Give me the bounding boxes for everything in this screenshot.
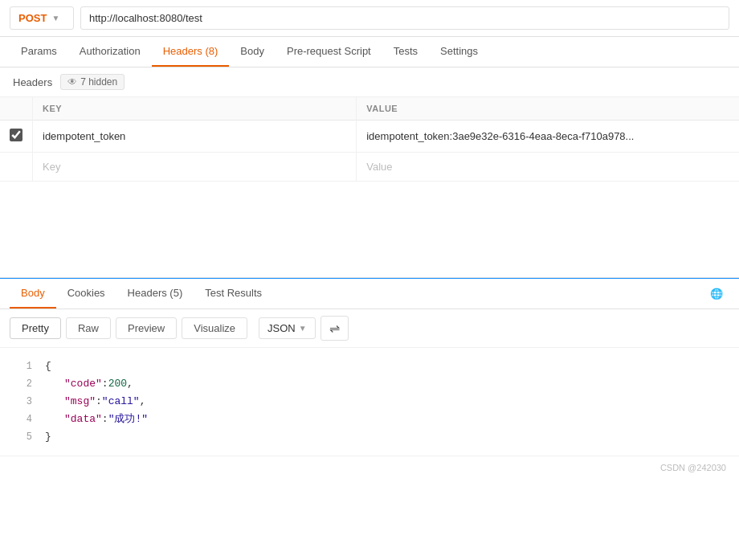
tab-tests[interactable]: Tests	[382, 37, 429, 67]
globe-icon[interactable]: 🌐	[704, 281, 729, 306]
json-comma-2: ,	[127, 375, 133, 393]
new-key-cell[interactable]: Key	[33, 153, 357, 182]
json-comma-3: ,	[140, 393, 146, 411]
eye-icon: 👁	[67, 76, 77, 88]
json-key-msg: "msg"	[64, 393, 96, 411]
method-select[interactable]: POST ▼	[10, 6, 74, 30]
value-col-header: VALUE	[357, 97, 739, 121]
new-value-cell[interactable]: Value	[357, 153, 739, 182]
value-cell: idempotent_token:3ae9e32e-6316-4eaa-8eca…	[357, 121, 739, 153]
response-tabs: Body Cookies Headers (5) Test Results	[10, 279, 273, 309]
key-value: idempotent_token	[43, 130, 125, 142]
tab-settings[interactable]: Settings	[429, 37, 489, 67]
url-input[interactable]	[80, 6, 729, 30]
json-line-2: 2 "code" : 200 ,	[0, 375, 739, 393]
chevron-down-icon: ▼	[51, 14, 59, 22]
hidden-headers-badge[interactable]: 👁 7 hidden	[60, 74, 125, 90]
response-tab-body[interactable]: Body	[10, 279, 56, 309]
line-num-3: 3	[6, 394, 32, 410]
footer-text: CSDN @242030	[660, 463, 726, 472]
json-brace-close: }	[45, 428, 51, 446]
new-row-checkbox-cell	[0, 153, 33, 182]
line-num-1: 1	[6, 358, 32, 374]
line-num-5: 5	[6, 429, 32, 445]
json-line-1: 1 {	[0, 358, 739, 375]
format-label: JSON	[267, 322, 296, 334]
tab-pre-request-script[interactable]: Pre-request Script	[276, 37, 382, 67]
json-key-code: "code"	[64, 375, 102, 393]
tab-authorization[interactable]: Authorization	[68, 37, 152, 67]
table-header-row: KEY VALUE	[0, 97, 739, 121]
hidden-count: 7 hidden	[80, 76, 117, 88]
json-val-data: "成功!"	[108, 411, 148, 428]
headers-sub-header: Headers 👁 7 hidden	[0, 67, 739, 97]
view-controls: Pretty Raw Preview Visualize JSON ▼ ⇌	[0, 309, 739, 348]
json-colon-3: :	[96, 393, 102, 411]
pretty-button[interactable]: Pretty	[10, 317, 61, 339]
response-tabs-row: Body Cookies Headers (5) Test Results 🌐	[0, 279, 739, 309]
preview-button[interactable]: Preview	[116, 317, 177, 339]
new-key-placeholder: Key	[43, 161, 60, 173]
new-value-placeholder: Value	[366, 161, 392, 173]
tab-params[interactable]: Params	[10, 37, 68, 67]
json-line-5: 5 }	[0, 428, 739, 446]
line-num-4: 4	[6, 411, 32, 427]
response-tab-headers[interactable]: Headers (5)	[116, 279, 194, 309]
json-body: 1 { 2 "code" : 200 , 3 "msg" : "call" , …	[0, 348, 739, 456]
method-label: POST	[18, 12, 47, 24]
headers-label: Headers	[13, 76, 52, 88]
json-val-code: 200	[108, 375, 127, 393]
format-select[interactable]: JSON ▼	[259, 317, 316, 339]
visualize-button[interactable]: Visualize	[182, 317, 247, 339]
json-key-data: "data"	[64, 411, 102, 428]
json-val-msg: "call"	[102, 393, 140, 411]
json-brace-open: {	[45, 358, 51, 375]
row-checkbox-cell	[0, 121, 33, 153]
footer: CSDN @242030	[0, 456, 739, 479]
empty-space	[0, 182, 739, 278]
new-header-row: Key Value	[0, 153, 739, 182]
request-tabs: Params Authorization Headers (8) Body Pr…	[0, 37, 739, 67]
wrap-icon: ⇌	[329, 321, 340, 336]
raw-button[interactable]: Raw	[66, 317, 111, 339]
json-line-4: 4 "data" : "成功!"	[0, 411, 739, 428]
wrap-button[interactable]: ⇌	[321, 316, 349, 341]
json-colon-2: :	[102, 375, 108, 393]
tab-body[interactable]: Body	[229, 37, 276, 67]
key-col-header: KEY	[33, 97, 357, 121]
table-row: idempotent_token idempotent_token:3ae9e3…	[0, 121, 739, 153]
tab-headers[interactable]: Headers (8)	[152, 37, 230, 67]
response-tab-test-results[interactable]: Test Results	[194, 279, 273, 309]
format-chevron-icon: ▼	[299, 324, 307, 333]
json-colon-4: :	[102, 411, 108, 428]
headers-table: KEY VALUE idempotent_token idempotent_to…	[0, 97, 739, 182]
url-bar: POST ▼	[0, 0, 739, 37]
checkbox-col-header	[0, 97, 33, 121]
row-checkbox[interactable]	[10, 129, 22, 141]
line-num-2: 2	[6, 376, 32, 392]
response-tab-cookies[interactable]: Cookies	[56, 279, 116, 309]
header-value: idempotent_token:3ae9e32e-6316-4eaa-8eca…	[366, 130, 634, 142]
json-line-3: 3 "msg" : "call" ,	[0, 393, 739, 411]
key-cell: idempotent_token	[33, 121, 357, 153]
